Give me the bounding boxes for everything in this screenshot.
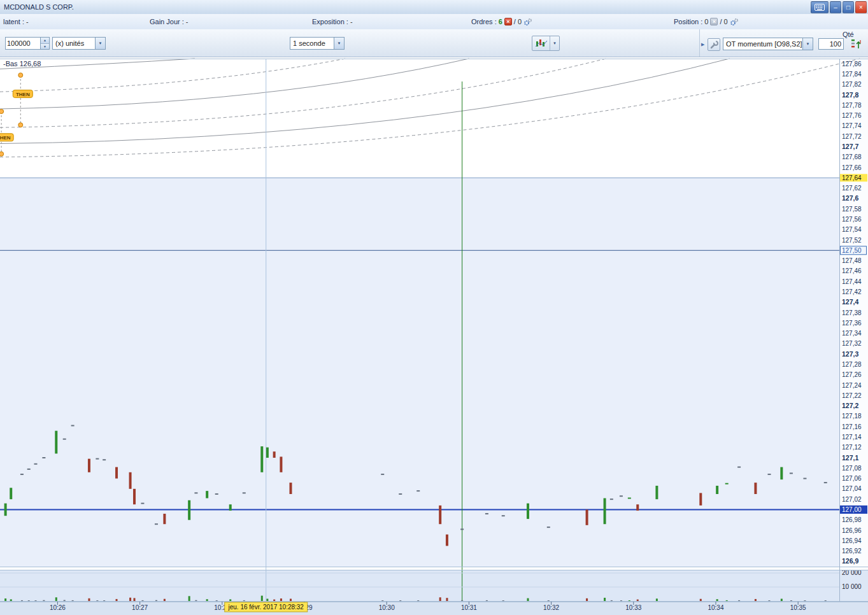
chevron-down-icon[interactable]: ▼ xyxy=(334,38,344,49)
price-tick-label: 127,72 xyxy=(842,133,862,140)
order-book-button[interactable] xyxy=(849,36,864,52)
price-tick-label: 127,68 xyxy=(842,153,862,160)
time-tick-label: 10:34 xyxy=(708,604,723,611)
trading-app-window: { "window": { "title": "MCDONALD S CORP.… xyxy=(0,0,868,615)
trade-tick xyxy=(767,474,771,475)
volume-bar xyxy=(34,600,36,601)
trade-tick xyxy=(725,483,729,484)
price-tick-label: 127,58 xyxy=(842,206,862,213)
chevron-down-icon[interactable]: ▼ xyxy=(550,36,559,50)
timeframe-dropdown[interactable]: 1 seconde ▼ xyxy=(290,37,345,50)
trade-tick xyxy=(502,515,505,516)
candle xyxy=(716,486,718,494)
order-panel: ▶ OT momentum [O98,S2] ▼ Qté xyxy=(699,29,868,57)
price-tick-label: 127,1 xyxy=(842,454,858,462)
candle xyxy=(446,535,448,546)
close-button[interactable]: × xyxy=(855,1,867,13)
price-tick-label: 127,74 xyxy=(842,122,862,129)
wrench-icon xyxy=(709,40,718,49)
trade-tick xyxy=(547,527,550,528)
position-info-bar: latent : - Gain Jour : - Exposition : - … xyxy=(0,14,868,29)
price-tick-label: 127,7 xyxy=(842,143,858,150)
price-tick-label: 127,3 xyxy=(842,350,858,358)
candle xyxy=(655,486,658,499)
position-label: Position : xyxy=(674,18,702,25)
trade-tick xyxy=(790,472,793,474)
price-tick-label: 127,34 xyxy=(842,330,862,337)
cancel-orders-icon[interactable]: × xyxy=(504,18,512,25)
candle xyxy=(280,456,282,472)
price-tick-label: 127,48 xyxy=(842,257,862,264)
volume-bar xyxy=(804,600,806,601)
price-tick-label: 127,42 xyxy=(842,288,862,295)
volume-bar xyxy=(141,600,143,601)
volume-bar xyxy=(129,598,131,601)
panel-collapse-icon[interactable]: ▶ xyxy=(701,42,704,47)
keyboard-glyph xyxy=(815,4,825,11)
order-dot-marker[interactable] xyxy=(18,73,23,78)
spinner-down-icon[interactable]: ▼ xyxy=(41,43,49,50)
strategy-tools-button[interactable] xyxy=(708,38,720,51)
below-resistance-zone xyxy=(0,178,839,567)
trade-tick xyxy=(243,492,246,493)
position-gear-icon[interactable] xyxy=(730,18,739,26)
chart-type-button[interactable]: ▼ xyxy=(532,36,560,51)
chevron-down-icon[interactable]: ▼ xyxy=(95,38,105,49)
time-tick-label: 10:35 xyxy=(790,604,806,611)
price-tick-label: 127,04 xyxy=(842,485,862,492)
minimize-button[interactable]: – xyxy=(830,1,841,13)
trade-tick xyxy=(27,469,31,470)
time-tick-label: 10:30 xyxy=(379,604,395,611)
ordres-info: Ordres : 6 × / 0 xyxy=(471,14,532,29)
order-dot-marker[interactable] xyxy=(18,123,23,127)
trade-tick xyxy=(141,503,144,504)
trade-tick xyxy=(96,458,99,460)
order-dot-marker[interactable] xyxy=(0,110,4,114)
maximize-button[interactable]: □ xyxy=(843,1,854,13)
volume-bar xyxy=(290,598,292,601)
candle xyxy=(754,483,757,494)
chevron-down-icon[interactable]: ▼ xyxy=(802,38,813,50)
close-position-icon[interactable]: × xyxy=(710,18,718,25)
candle xyxy=(133,489,136,504)
price-tick-label: 127,62 xyxy=(842,185,862,192)
exposition-value: - xyxy=(350,18,353,25)
candle xyxy=(4,504,7,516)
orders-gear-icon[interactable] xyxy=(523,18,532,26)
volume-bar xyxy=(726,600,728,601)
time-tick-label: 10:31 xyxy=(461,604,477,611)
spinner-up-icon[interactable]: ▲ xyxy=(41,38,49,43)
price-tick-label: 127,78 xyxy=(842,102,862,109)
quantity-spinner[interactable]: ▲ ▼ xyxy=(5,37,50,50)
units-dropdown-value: (x) unités xyxy=(53,39,95,47)
window-title: MCDONALD S CORP. xyxy=(4,3,74,11)
volume-bar xyxy=(700,599,702,601)
keyboard-icon[interactable] xyxy=(811,1,829,13)
units-dropdown[interactable]: (x) unités ▼ xyxy=(52,37,106,50)
volume-bar xyxy=(781,598,783,601)
order-dot-marker[interactable] xyxy=(0,152,4,156)
gain-jour-info: Gain Jour : - xyxy=(150,14,188,29)
volume-bar xyxy=(656,598,658,601)
title-bar: MCDONALD S CORP. – □ × xyxy=(0,0,868,15)
time-axis xyxy=(0,602,868,615)
indicator-dropdown[interactable]: OT momentum [O98,S2] ▼ xyxy=(723,38,813,50)
order-qty-input[interactable] xyxy=(818,38,844,50)
price-tick-label: 127,26 xyxy=(842,371,862,378)
price-tick-label: 127,8 xyxy=(842,91,858,99)
chart-canvas[interactable]: 20 00010 000127,86127,84127,82127,8127,7… xyxy=(0,57,868,615)
volume-bar xyxy=(738,600,740,601)
trade-tick xyxy=(610,498,613,500)
price-tick-label: 127,06 xyxy=(842,475,862,482)
candle xyxy=(586,509,588,525)
trade-tick xyxy=(194,492,197,493)
ordres-count: 6 xyxy=(499,18,502,25)
quantity-input[interactable] xyxy=(6,38,40,49)
trade-tick xyxy=(155,523,158,525)
price-tick-label: 126,96 xyxy=(842,527,862,534)
volume-bar xyxy=(195,600,197,601)
price-tick-label: 127,2 xyxy=(842,402,858,409)
volume-bar xyxy=(790,600,792,601)
timeframe-dropdown-value: 1 seconde xyxy=(290,39,334,47)
volume-bar xyxy=(527,598,529,601)
